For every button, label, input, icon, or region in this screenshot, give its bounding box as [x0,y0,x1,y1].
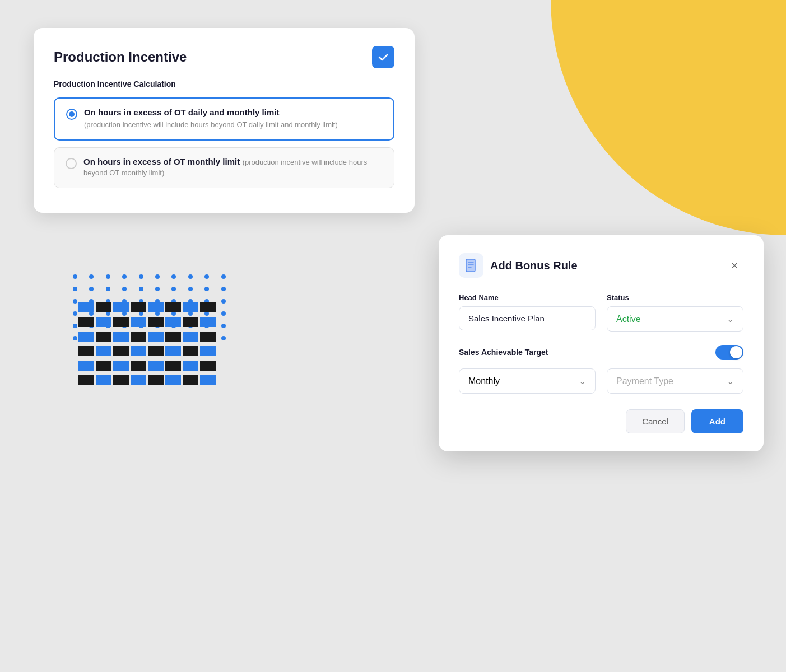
radio-circle-2 [66,158,77,169]
dot [106,287,110,291]
dot [221,336,226,340]
dot [155,287,160,291]
close-button[interactable]: × [725,256,743,274]
production-card-title: Production Incentive [54,49,187,65]
dot [122,287,127,291]
radio-circle-1 [66,109,77,120]
dot [221,299,226,304]
card-header: Production Incentive [54,46,394,68]
status-select[interactable]: Active ⌄ [607,306,743,332]
dot [139,287,143,291]
dot [204,287,209,291]
dot [73,324,77,328]
status-chevron-icon: ⌄ [727,314,734,324]
form-row-2: Monthly ⌄ Payment Type ⌄ [459,368,743,394]
radio-option-1[interactable]: On hours in excess of OT daily and month… [54,97,394,141]
sales-target-toggle[interactable] [715,345,743,360]
status-value: Active [616,314,641,324]
payment-type-placeholder: Payment Type [616,376,673,386]
add-bonus-rule-dialog: Add Bonus Rule × Head Name Status Active… [439,235,764,451]
sales-target-row: Sales Achievable Target [459,345,743,360]
dot [73,287,77,291]
dot [89,274,94,279]
dot [73,274,77,279]
dot [139,274,143,279]
monthly-value: Monthly [468,376,500,386]
radio-option-2[interactable]: On hours in excess of OT monthly limit (… [54,147,394,188]
dialog-title: Add Bonus Rule [490,259,578,272]
dot [221,274,226,279]
payment-type-select[interactable]: Payment Type ⌄ [607,368,743,394]
sales-target-label: Sales Achievable Target [459,348,548,357]
dot [188,287,193,291]
production-subtitle: Production Incentive Calculation [54,80,394,88]
dot [155,274,160,279]
radio-option-1-label: On hours in excess of OT daily and month… [84,108,338,117]
radio-option-2-label: On hours in excess of OT monthly limit [83,157,240,166]
status-group: Status Active ⌄ [607,293,743,332]
check-button[interactable] [372,46,394,68]
dot [89,287,94,291]
dialog-footer: Cancel Add [459,409,743,433]
dot [221,311,226,316]
checkmark-icon [377,51,389,63]
radio-option-2-text: On hours in excess of OT monthly limit (… [83,157,383,179]
head-name-group: Head Name [459,293,596,332]
dot [106,274,110,279]
cancel-button[interactable]: Cancel [626,409,685,433]
dot [73,336,77,340]
dot [122,274,127,279]
dialog-header: Add Bonus Rule × [459,253,743,278]
dot [188,274,193,279]
head-name-input[interactable] [459,306,596,330]
dot [204,274,209,279]
monthly-group: Monthly ⌄ [459,368,596,394]
payment-type-chevron-icon: ⌄ [727,376,734,386]
dialog-icon [459,253,483,278]
yellow-decorative-shape [551,0,786,235]
add-button[interactable]: Add [691,409,743,433]
dot [171,274,176,279]
svg-rect-0 [466,259,475,272]
dot [171,287,176,291]
dot [221,287,226,291]
status-label: Status [607,293,743,302]
dot [73,311,77,316]
radio-option-1-description: (production incentive will include hours… [84,119,338,130]
monthly-select[interactable]: Monthly ⌄ [459,368,596,394]
form-row-1: Head Name Status Active ⌄ [459,293,743,332]
dot [221,324,226,328]
production-incentive-card: Production Incentive Production Incentiv… [34,28,415,213]
stripe-bars-decoration [78,302,216,390]
dot [73,299,77,304]
radio-option-1-text: On hours in excess of OT daily and month… [84,108,338,130]
head-name-label: Head Name [459,293,596,302]
payment-type-group: Payment Type ⌄ [607,368,743,394]
toggle-knob [730,346,742,358]
dialog-title-group: Add Bonus Rule [459,253,578,278]
bonus-rule-icon [464,258,478,273]
monthly-chevron-icon: ⌄ [579,376,586,386]
